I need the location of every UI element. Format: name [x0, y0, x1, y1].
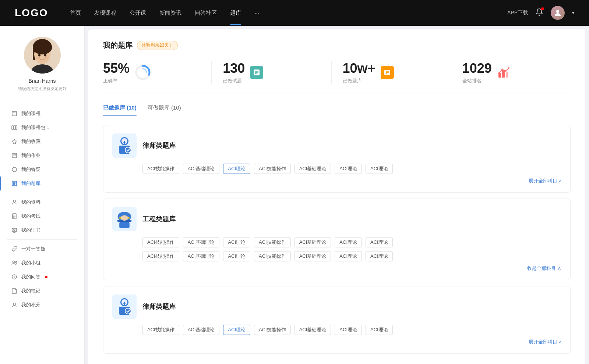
lawyer-2-tag-2[interactable]: ACI理论 [223, 325, 250, 335]
sidebar-item-homework[interactable]: 我的作业 [0, 149, 84, 163]
answers-notification-dot [45, 276, 47, 278]
logo[interactable]: LOGO [15, 7, 48, 19]
nav-more[interactable]: ··· [254, 10, 259, 17]
qa-label: 我的答疑 [21, 166, 40, 173]
sidebar-motto: 错误的决定比没有决定要好 [18, 86, 67, 92]
sidebar-item-questionbank[interactable]: 我的题库 [0, 176, 84, 190]
svg-rect-11 [12, 111, 17, 116]
lawyer-1-tag-5[interactable]: ACI理论 [335, 164, 362, 174]
nav-news[interactable]: 新闻资讯 [159, 10, 181, 17]
engineer-tags-row-2: ACI技能操作 ACI基础理论 ACI理论 ACI技能操作 ACI基础理论 AC… [142, 251, 561, 261]
svg-point-8 [44, 54, 46, 57]
lawyer-2-tag-5[interactable]: ACI理论 [335, 325, 362, 335]
certificate-icon [11, 227, 18, 233]
stat-ranking-text: 1029 全站排名 [462, 61, 492, 84]
sidebar-item-one-on-one[interactable]: 一对一答疑 [0, 242, 84, 256]
lawyer-2-tag-3[interactable]: ACI技能操作 [254, 325, 291, 335]
sidebar-item-points[interactable]: 我的积分 [0, 298, 84, 312]
stat-banks-label: 已做题库 [343, 78, 375, 84]
engineer-tag-r1-0[interactable]: ACI技能操作 [142, 237, 179, 247]
engineer-collapse-link[interactable]: 收起全部科目 ∧ [142, 265, 561, 272]
engineer-tag-r2-4[interactable]: ACI基础理论 [294, 251, 331, 261]
nav-discover[interactable]: 发现课程 [94, 10, 116, 17]
tab-available-banks[interactable]: 可做题库 (10) [148, 104, 181, 116]
lawyer-2-tag-4[interactable]: ACI基础理论 [294, 325, 331, 335]
svg-text:?: ? [14, 275, 15, 279]
bank-card-engineer-tags: ACI技能操作 ACI基础理论 ACI理论 ACI技能操作 ACI基础理论 AC… [142, 237, 561, 272]
nav-home[interactable]: 首页 [70, 10, 81, 17]
svg-point-59 [508, 67, 509, 69]
sidebar-item-group[interactable]: 我的小组 [0, 256, 84, 270]
lawyer-1-tag-3[interactable]: ACI技能操作 [254, 164, 291, 174]
lawyer-1-tag-6[interactable]: ACI理论 [366, 164, 393, 174]
sidebar-item-notes[interactable]: 我的笔记 [0, 284, 84, 298]
lawyer-2-tag-0[interactable]: ACI技能操作 [142, 325, 179, 335]
stat-ranking-value: 1029 [462, 61, 492, 76]
engineer-tag-r2-5[interactable]: ACI理论 [335, 251, 362, 261]
engineer-tag-r2-6[interactable]: ACI理论 [366, 251, 393, 261]
engineer-tag-r1-1[interactable]: ACI基础理论 [183, 237, 220, 247]
bank-card-lawyer-2: 律师类题库 ACI技能操作 ACI基础理论 ACI理论 ACI技能操作 ACI基… [103, 286, 571, 354]
stat-accuracy: 55% 正确率 [103, 61, 212, 84]
engineer-tag-r2-0[interactable]: ACI技能操作 [142, 251, 179, 261]
notification-bell[interactable] [535, 8, 543, 18]
avatar-illustration [24, 37, 61, 74]
sidebar-item-my-answers[interactable]: ? 我的问答 [0, 270, 84, 284]
engineer-tag-r1-4[interactable]: ACI基础理论 [294, 237, 331, 247]
engineer-svg-icon [116, 210, 133, 229]
my-answers-icon: ? [11, 274, 18, 280]
lawyer-2-tags-row: ACI技能操作 ACI基础理论 ACI理论 ACI技能操作 ACI基础理论 AC… [142, 325, 561, 335]
sidebar-item-exams[interactable]: 我的考试 [0, 209, 84, 223]
svg-point-63 [125, 147, 131, 153]
lawyer-2-expand-link[interactable]: 展开全部科目 > [142, 339, 561, 345]
questionbank-label: 我的题库 [21, 180, 40, 187]
sidebar-item-coursepack[interactable]: 我的课程包... [0, 121, 84, 135]
engineer-tag-r1-5[interactable]: ACI理论 [335, 237, 362, 247]
one-on-one-icon [11, 246, 18, 252]
tab-done-banks[interactable]: 已做题库 (10) [103, 104, 137, 116]
lawyer-1-tag-2[interactable]: ACI理论 [223, 164, 250, 174]
engineer-tag-r1-3[interactable]: ACI技能操作 [254, 237, 291, 247]
sidebar-item-certificate[interactable]: 我的证书 [0, 223, 84, 237]
engineer-tag-r1-6[interactable]: ACI理论 [366, 237, 393, 247]
homework-icon [11, 152, 18, 159]
sidebar-item-courses[interactable]: 我的课程 [0, 107, 84, 121]
lawyer-1-tag-0[interactable]: ACI技能操作 [142, 164, 179, 174]
lawyer-1-tag-1[interactable]: ACI基础理论 [183, 164, 220, 174]
svg-marker-17 [12, 139, 17, 144]
lawyer-1-tag-4[interactable]: ACI基础理论 [294, 164, 331, 174]
courses-label: 我的课程 [21, 110, 40, 117]
sidebar-item-materials[interactable]: 我的资料 [0, 195, 84, 209]
engineer-tag-r2-1[interactable]: ACI基础理论 [183, 251, 220, 261]
materials-label: 我的资料 [21, 199, 40, 206]
svg-rect-55 [506, 72, 508, 78]
user-avatar[interactable] [551, 6, 565, 20]
stat-banks-text: 10w+ 已做题库 [343, 61, 375, 84]
sidebar-avatar [24, 37, 61, 74]
engineer-tag-r2-3[interactable]: ACI技能操作 [254, 251, 291, 261]
svg-point-57 [501, 69, 503, 70]
app-download-button[interactable]: APP下载 [507, 10, 528, 16]
svg-rect-54 [502, 70, 505, 78]
notification-dot [541, 7, 544, 10]
lawyer-bank-icon-1 [112, 133, 137, 158]
lawyer-2-tag-6[interactable]: ACI理论 [366, 325, 393, 335]
sidebar-item-qa[interactable]: ? 我的答疑 [0, 163, 84, 176]
stat-accuracy-icon [135, 64, 151, 81]
nav-opencourse[interactable]: 公开课 [130, 10, 146, 17]
engineer-tag-r2-2[interactable]: ACI理论 [223, 251, 250, 261]
svg-point-44 [139, 69, 147, 76]
group-icon [11, 260, 18, 266]
svg-rect-16 [15, 126, 17, 129]
engineer-tag-r1-2[interactable]: ACI理论 [223, 237, 250, 247]
lawyer-2-tag-1[interactable]: ACI基础理论 [183, 325, 220, 335]
bank-card-engineer-title: 工程类题库 [142, 215, 176, 224]
svg-point-73 [125, 308, 131, 314]
user-menu-chevron[interactable]: ▾ [572, 10, 574, 15]
nav-questionbank[interactable]: 题库 [230, 10, 241, 17]
nav-qa[interactable]: 问答社区 [195, 10, 217, 17]
sidebar-item-favorites[interactable]: 我的收藏 [0, 135, 84, 149]
questionbank-icon [11, 180, 18, 187]
one-on-one-label: 一对一答疑 [21, 246, 45, 252]
lawyer-1-expand-link[interactable]: 展开全部科目 > [142, 178, 561, 184]
